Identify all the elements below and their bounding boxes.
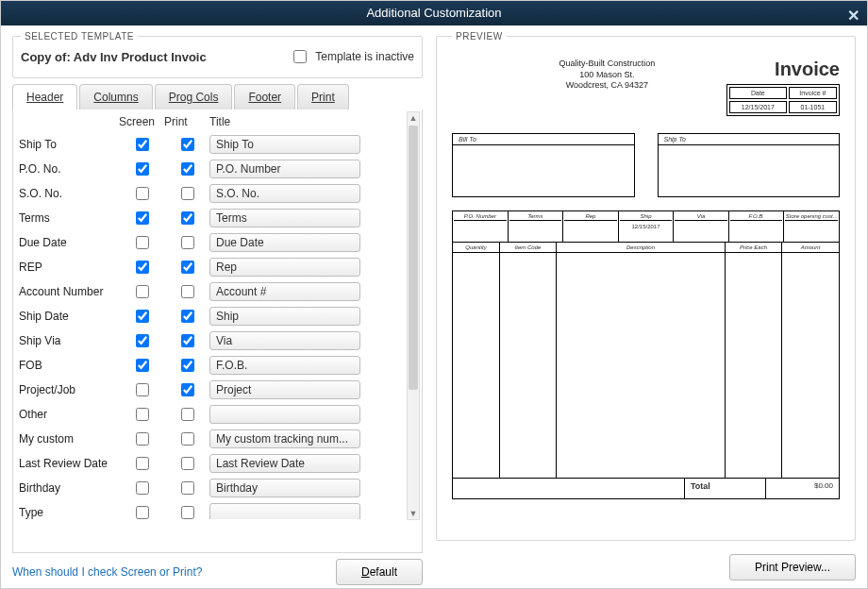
print-preview-button[interactable]: Print Preview...: [729, 554, 856, 581]
print-checkbox[interactable]: [181, 481, 194, 495]
preview-company-addr2: Woodcrest, CA 94327: [491, 80, 724, 92]
screen-checkbox[interactable]: [136, 162, 149, 176]
field-label: P.O. No.: [19, 162, 119, 176]
scrollbar[interactable]: ▲ ▼: [407, 111, 420, 520]
screen-checkbox[interactable]: [136, 261, 149, 274]
title-input[interactable]: [209, 135, 360, 154]
print-checkbox[interactable]: [181, 506, 194, 519]
screen-checkbox[interactable]: [136, 383, 149, 396]
default-button[interactable]: Default: [336, 559, 423, 585]
preview-info-cell: Store opening cust...: [784, 211, 839, 242]
screen-checkbox[interactable]: [136, 236, 149, 249]
title-input[interactable]: [209, 160, 360, 178]
screen-checkbox[interactable]: [136, 334, 149, 347]
tab-print[interactable]: Print: [297, 84, 349, 109]
print-checkbox[interactable]: [181, 310, 194, 323]
preview-info-cell: Terms: [509, 211, 564, 242]
field-row: Type: [13, 500, 412, 519]
title-input[interactable]: [209, 503, 360, 519]
field-row: Project/Job: [13, 378, 412, 402]
title-input[interactable]: [209, 405, 360, 424]
screen-checkbox[interactable]: [136, 138, 149, 151]
preview-ship-to-label: Ship To: [659, 134, 840, 145]
template-name: Copy of: Adv Inv Product Invoic: [21, 50, 207, 64]
screen-checkbox[interactable]: [136, 211, 149, 225]
print-checkbox[interactable]: [181, 383, 194, 396]
tab-prog-cols[interactable]: Prog Cols: [155, 84, 233, 109]
title-input[interactable]: [209, 258, 360, 277]
field-label: Project/Job: [19, 383, 119, 396]
print-checkbox[interactable]: [181, 457, 194, 470]
title-input[interactable]: [209, 331, 360, 350]
print-checkbox[interactable]: [181, 432, 194, 446]
print-checkbox[interactable]: [181, 359, 194, 372]
field-label: Ship Date: [19, 310, 119, 323]
preview-invnum-val: 01-1051: [789, 101, 837, 113]
screen-checkbox[interactable]: [136, 408, 149, 421]
print-checkbox[interactable]: [181, 285, 194, 298]
preview-ship-to-box: Ship To: [658, 133, 841, 197]
fields-panel: Screen Print Title Ship ToP.O. No.S.O. N…: [12, 109, 423, 553]
selected-template-legend: SELECTED TEMPLATE: [21, 31, 138, 42]
print-checkbox[interactable]: [181, 162, 194, 176]
preview-items-table: QuantityItem CodeDescriptionPrice EachAm…: [452, 243, 840, 479]
col-title: Title: [209, 115, 247, 128]
help-link[interactable]: When should I check Screen or Print?: [12, 565, 202, 579]
screen-checkbox[interactable]: [136, 457, 149, 470]
close-icon[interactable]: ✕: [847, 4, 860, 28]
field-label: Birthday: [19, 481, 119, 495]
screen-checkbox[interactable]: [136, 359, 149, 372]
title-input[interactable]: [209, 479, 360, 497]
title-input[interactable]: [209, 454, 360, 473]
field-row: My custom: [13, 427, 412, 451]
title-input[interactable]: [209, 356, 360, 375]
field-row: P.O. No.: [13, 157, 412, 181]
print-checkbox[interactable]: [181, 211, 194, 225]
print-checkbox[interactable]: [181, 334, 194, 347]
print-checkbox[interactable]: [181, 138, 194, 151]
tab-columns[interactable]: Columns: [79, 84, 152, 109]
field-label: REP: [19, 261, 119, 274]
field-label: Due Date: [19, 236, 119, 249]
preview-total-row: Total $0.00: [452, 479, 840, 499]
screen-checkbox[interactable]: [136, 187, 149, 200]
screen-checkbox[interactable]: [136, 481, 149, 495]
screen-checkbox[interactable]: [136, 285, 149, 298]
screen-checkbox[interactable]: [136, 310, 149, 323]
preview-invnum-hdr: Invoice #: [789, 87, 837, 99]
field-label: S.O. No.: [19, 187, 119, 200]
preview-doc-title: Invoice: [724, 59, 840, 80]
tab-header[interactable]: Header: [12, 84, 77, 109]
scroll-thumb[interactable]: [409, 126, 418, 390]
col-screen: Screen: [119, 115, 164, 128]
print-checkbox[interactable]: [181, 261, 194, 274]
preview-info-cell: Via: [674, 211, 729, 242]
scroll-up-icon[interactable]: ▲: [408, 112, 419, 124]
titlebar: Additional Customization ✕: [1, 1, 867, 25]
preview-date-table: DateInvoice # 12/15/201701-1051: [726, 84, 840, 116]
title-input[interactable]: [209, 429, 360, 448]
print-checkbox[interactable]: [181, 187, 194, 200]
preview-company-name: Quality-Built Construction: [491, 59, 724, 70]
print-checkbox[interactable]: [181, 408, 194, 421]
scroll-down-icon[interactable]: ▼: [408, 508, 419, 519]
tab-footer[interactable]: Footer: [234, 84, 295, 109]
title-input[interactable]: [209, 380, 360, 399]
title-input[interactable]: [209, 209, 360, 227]
screen-checkbox[interactable]: [136, 506, 149, 519]
template-inactive-checkbox[interactable]: [293, 50, 307, 63]
window-title: Additional Customization: [366, 6, 501, 20]
screen-checkbox[interactable]: [136, 432, 149, 446]
title-input[interactable]: [209, 307, 360, 326]
field-row: S.O. No.: [13, 181, 412, 206]
field-label: Ship To: [19, 138, 119, 151]
title-input[interactable]: [209, 233, 360, 252]
title-input[interactable]: [209, 282, 360, 301]
title-input[interactable]: [209, 184, 360, 203]
field-row: Ship Date: [13, 304, 412, 328]
preview-item-col: Quantity: [453, 243, 500, 478]
print-checkbox[interactable]: [181, 236, 194, 249]
preview-group: PREVIEW Quality-Built Construction 100 M…: [436, 31, 856, 541]
preview-info-cell: F.O.B.: [729, 211, 785, 242]
template-inactive-toggle[interactable]: Template is inactive: [290, 47, 414, 66]
